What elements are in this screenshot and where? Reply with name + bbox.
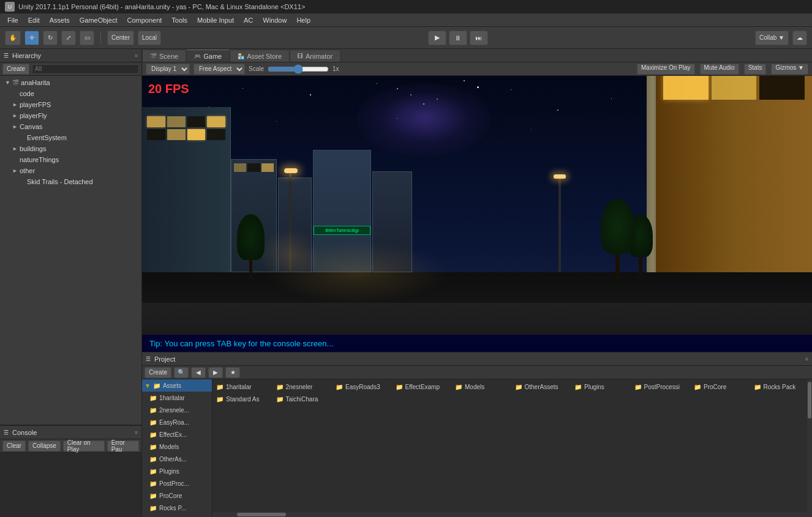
mute-audio-button[interactable]: Mute Audio [700,64,739,75]
menu-edit[interactable]: Edit [23,15,45,25]
assets-scrollbar[interactable] [807,379,812,517]
asset-item[interactable]: 📁 PostProc... [142,477,212,489]
console-clearonplay-button[interactable]: Clear on Play [63,441,105,452]
asset-grid-item[interactable]: 📁 ProCore [691,381,751,393]
menu-file[interactable]: File [2,15,23,25]
window-right [663,76,709,100]
asset-grid-item[interactable]: 📁 PostProcessi [632,381,692,393]
hierarchy-item-other[interactable]: ► other [0,165,141,176]
arrow-anaharita[interactable]: ▼ [5,80,12,86]
arrow-other[interactable]: ► [12,168,20,174]
arrow-playerfly[interactable]: ► [12,113,20,119]
project-tool1-button[interactable]: ◀ [191,367,206,378]
tab-scene[interactable]: 🎬 Scene [142,50,186,62]
arrow-buildings[interactable]: ► [12,146,20,152]
project-create-button[interactable]: Create [145,367,171,378]
hierarchy-item-playerfly[interactable]: ► playerFly [0,110,141,121]
asset-grid-item[interactable]: 📁 Rocks Pack [751,381,811,393]
rect-tool-button[interactable]: ▭ [80,31,94,45]
console-menu-icon[interactable]: ≡ [135,430,138,436]
hierarchy-item-naturethings[interactable]: natureThings [0,154,141,165]
hierarchy-item-label: anaHarita [21,79,141,86]
step-button[interactable]: ⏭ [470,31,488,45]
menu-window[interactable]: Window [258,15,291,25]
asset-item[interactable]: 📁 EffectEx... [142,428,212,441]
aspect-select[interactable]: Free Aspect [194,64,245,75]
assets-root-item[interactable]: ▼ 📁 Assets [142,379,212,392]
asset-item[interactable]: 📁 OtherAs... [142,453,212,465]
tab-animator[interactable]: 🎞 Animator [290,50,340,62]
project-search-button[interactable]: 🔍 [174,367,189,378]
asset-grid-item[interactable]: 📁 Plugins [572,381,632,393]
cloud-button[interactable]: ☁ [792,31,807,45]
console-errorpause-button[interactable]: Error Pau [107,441,139,452]
gizmos-button[interactable]: Gizmos ▼ [771,64,808,75]
asset-grid-item[interactable]: 📁 EasyRoads3 [333,381,393,393]
asset-grid-item[interactable]: 📁 1haritalar [214,381,274,393]
asset-item[interactable]: 📁 1haritalar [142,392,212,404]
asset-item[interactable]: 📁 ProCore [142,489,212,502]
center-button[interactable]: Center [107,31,134,45]
hierarchy-item-skidtrails[interactable]: Skid Trails - Detached [0,176,141,187]
scale-tool-button[interactable]: ⤢ [61,31,76,45]
tab-game[interactable]: 🎮 Game [186,50,230,62]
arrow-canvas[interactable]: ► [12,124,20,130]
assets-scroll-thumb[interactable] [808,382,811,418]
project-tool2-button[interactable]: ▶ [208,367,223,378]
asset-grid-item[interactable]: 📁 2nesneler [274,381,334,393]
pause-button[interactable]: ⏸ [449,31,467,45]
hand-tool-button[interactable]: ✋ [5,31,21,45]
asset-folder-label: Rocks P... [159,505,186,511]
hierarchy-item-buildings[interactable]: ► buildings [0,143,141,154]
hierarchy-item-anaharita[interactable]: ▼ 🎬 anaHarita [0,77,141,88]
stats-button[interactable]: Stats [744,64,767,75]
collab-button[interactable]: Collab ▼ [755,31,789,45]
display-select[interactable]: Display 1 [146,64,190,75]
menu-mobileinput[interactable]: Mobile Input [192,15,239,25]
hierarchy-menu-icon[interactable]: ≡ [135,53,138,59]
hierarchy-item-eventsystem[interactable]: EventSystem [0,132,141,143]
console-collapse-button[interactable]: Collapse [28,441,61,452]
folder-icon: 📁 [216,396,224,403]
menu-tools[interactable]: Tools [167,15,192,25]
hierarchy-create-button[interactable]: Create [2,64,29,75]
assets-hscroll-thumb[interactable] [237,513,286,516]
asset-grid-item[interactable]: 📁 EffectExamp [393,381,453,393]
menu-assets[interactable]: Assets [45,15,75,25]
arrow-playerfps[interactable]: ► [12,102,20,108]
asset-grid-item[interactable]: 📁 Models [453,381,513,393]
console-clear-button[interactable]: Clear [2,441,26,452]
folder-icon: 📁 [276,396,284,403]
project-panel: ☰ Project ≡ Create 🔍 ◀ ▶ ★ ▼ 📁 Assets [142,352,812,517]
menu-gameobject[interactable]: GameObject [75,15,122,25]
rotate-tool-button[interactable]: ↻ [43,31,58,45]
local-button[interactable]: Local [138,31,161,45]
folder-icon: 📁 [336,384,343,390]
hierarchy-search-input[interactable] [32,64,139,74]
asset-item[interactable]: 📁 Plugins [142,465,212,477]
menu-ac[interactable]: AC [239,15,258,25]
asset-item[interactable]: 📁 2nesnele... [142,404,212,416]
menu-help[interactable]: Help [291,15,315,25]
hierarchy-item-code[interactable]: code [0,88,141,99]
asset-item[interactable]: 📁 Rocks P... [142,502,212,514]
asset-item[interactable]: 📁 Models [142,441,212,453]
titlebar: U Unity 2017.1.1p1 Personal (64bit) - an… [0,0,812,13]
project-star-button[interactable]: ★ [225,367,240,378]
menu-component[interactable]: Component [122,15,167,25]
scale-slider[interactable] [268,64,329,74]
asset-item[interactable]: 📁 Standar... [142,514,212,517]
hierarchy-item-canvas[interactable]: ► Canvas [0,121,141,132]
hierarchy-item-playerfps[interactable]: ► playerFPS [0,99,141,110]
maximize-on-play-button[interactable]: Maximize On Play [637,64,695,75]
asset-grid-item[interactable]: 📁 TaichiChara [274,393,334,405]
asset-grid-item[interactable]: 📁 Standard As [214,393,274,405]
tab-assetstore[interactable]: 🏪 Asset Store [230,50,290,62]
move-tool-button[interactable]: ✛ [24,31,39,45]
project-menu-icon[interactable]: ≡ [805,356,808,362]
play-button[interactable]: ▶ [428,31,446,45]
asset-grid-item[interactable]: 📁 OtherAssets [513,381,573,393]
asset-item[interactable]: 📁 EasyRoa... [142,416,212,428]
assets-hscrollbar[interactable] [212,512,807,517]
tree-trunk [639,257,642,278]
